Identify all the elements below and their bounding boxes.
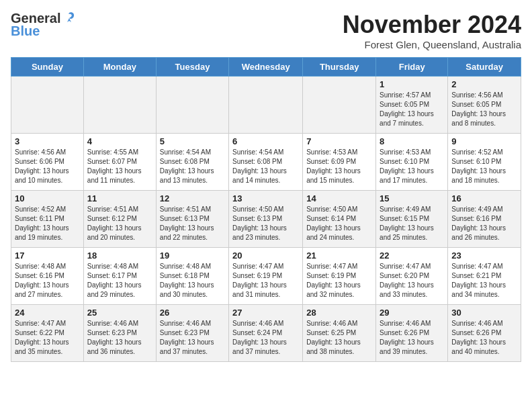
day-cell: 16Sunrise: 4:49 AMSunset: 6:16 PMDayligh… — [448, 191, 521, 248]
day-content: Sunrise: 4:54 AMSunset: 6:08 PMDaylight:… — [160, 148, 225, 185]
logo-blue-text: Blue — [11, 24, 40, 39]
day-cell — [229, 77, 303, 134]
day-content: Sunrise: 4:55 AMSunset: 6:07 PMDaylight:… — [87, 148, 152, 185]
day-cell: 28Sunrise: 4:46 AMSunset: 6:25 PMDayligh… — [303, 305, 376, 362]
day-number: 29 — [380, 308, 444, 318]
day-number: 2 — [451, 79, 517, 89]
day-cell: 13Sunrise: 4:50 AMSunset: 6:13 PMDayligh… — [229, 191, 303, 248]
day-content: Sunrise: 4:49 AMSunset: 6:15 PMDaylight:… — [380, 205, 444, 242]
calendar-table: SundayMondayTuesdayWednesdayThursdayFrid… — [11, 57, 521, 362]
header-day-friday: Friday — [376, 58, 448, 77]
day-number: 27 — [232, 308, 299, 318]
header-day-thursday: Thursday — [303, 58, 376, 77]
day-number: 12 — [160, 193, 225, 203]
day-cell: 9Sunrise: 4:52 AMSunset: 6:10 PMDaylight… — [448, 134, 521, 191]
header-row: SundayMondayTuesdayWednesdayThursdayFrid… — [11, 58, 521, 77]
day-number: 19 — [160, 250, 225, 261]
day-cell: 7Sunrise: 4:53 AMSunset: 6:09 PMDaylight… — [303, 134, 376, 191]
day-content: Sunrise: 4:47 AMSunset: 6:20 PMDaylight:… — [380, 262, 444, 300]
day-cell: 22Sunrise: 4:47 AMSunset: 6:20 PMDayligh… — [376, 248, 448, 305]
day-cell: 5Sunrise: 4:54 AMSunset: 6:08 PMDaylight… — [156, 134, 228, 191]
day-number: 6 — [232, 136, 299, 146]
day-number: 21 — [306, 250, 372, 261]
day-number: 11 — [87, 193, 152, 203]
day-content: Sunrise: 4:46 AMSunset: 6:23 PMDaylight:… — [160, 319, 225, 357]
day-content: Sunrise: 4:51 AMSunset: 6:13 PMDaylight:… — [160, 205, 225, 242]
day-cell: 24Sunrise: 4:47 AMSunset: 6:22 PMDayligh… — [11, 305, 84, 362]
day-cell: 15Sunrise: 4:49 AMSunset: 6:15 PMDayligh… — [376, 191, 448, 248]
day-content: Sunrise: 4:46 AMSunset: 6:23 PMDaylight:… — [87, 319, 152, 357]
calendar-body: 1Sunrise: 4:57 AMSunset: 6:05 PMDaylight… — [11, 77, 521, 362]
day-content: Sunrise: 4:46 AMSunset: 6:24 PMDaylight:… — [232, 319, 299, 357]
week-row-1: 1Sunrise: 4:57 AMSunset: 6:05 PMDaylight… — [11, 77, 521, 134]
day-content: Sunrise: 4:56 AMSunset: 6:05 PMDaylight:… — [451, 91, 517, 128]
day-content: Sunrise: 4:48 AMSunset: 6:16 PMDaylight:… — [15, 262, 80, 300]
day-content: Sunrise: 4:56 AMSunset: 6:06 PMDaylight:… — [15, 148, 80, 185]
day-content: Sunrise: 4:53 AMSunset: 6:09 PMDaylight:… — [306, 148, 372, 185]
week-row-5: 24Sunrise: 4:47 AMSunset: 6:22 PMDayligh… — [11, 305, 521, 362]
week-row-3: 10Sunrise: 4:52 AMSunset: 6:11 PMDayligh… — [11, 191, 521, 248]
day-content: Sunrise: 4:47 AMSunset: 6:19 PMDaylight:… — [306, 262, 372, 300]
day-number: 16 — [451, 193, 517, 203]
day-number: 23 — [451, 250, 517, 261]
day-cell — [83, 77, 156, 134]
day-cell: 6Sunrise: 4:54 AMSunset: 6:08 PMDaylight… — [229, 134, 303, 191]
day-number: 8 — [380, 136, 444, 146]
day-cell: 2Sunrise: 4:56 AMSunset: 6:05 PMDaylight… — [448, 77, 521, 134]
day-content: Sunrise: 4:47 AMSunset: 6:21 PMDaylight:… — [451, 262, 517, 300]
day-content: Sunrise: 4:50 AMSunset: 6:14 PMDaylight:… — [306, 205, 372, 242]
header: General Blue November 2024 Forest Glen, … — [11, 11, 521, 50]
logo-icon — [62, 10, 77, 25]
header-day-sunday: Sunday — [11, 58, 84, 77]
header-day-monday: Monday — [83, 58, 156, 77]
day-number: 13 — [232, 193, 299, 203]
day-cell: 27Sunrise: 4:46 AMSunset: 6:24 PMDayligh… — [229, 305, 303, 362]
day-number: 24 — [15, 308, 80, 318]
day-content: Sunrise: 4:47 AMSunset: 6:22 PMDaylight:… — [15, 319, 80, 357]
day-cell: 8Sunrise: 4:53 AMSunset: 6:10 PMDaylight… — [376, 134, 448, 191]
week-row-2: 3Sunrise: 4:56 AMSunset: 6:06 PMDaylight… — [11, 134, 521, 191]
day-content: Sunrise: 4:47 AMSunset: 6:19 PMDaylight:… — [232, 262, 299, 300]
day-cell: 12Sunrise: 4:51 AMSunset: 6:13 PMDayligh… — [156, 191, 228, 248]
day-content: Sunrise: 4:50 AMSunset: 6:13 PMDaylight:… — [232, 205, 299, 242]
day-cell: 10Sunrise: 4:52 AMSunset: 6:11 PMDayligh… — [11, 191, 84, 248]
header-day-wednesday: Wednesday — [229, 58, 303, 77]
day-content: Sunrise: 4:48 AMSunset: 6:17 PMDaylight:… — [87, 262, 152, 300]
day-cell: 25Sunrise: 4:46 AMSunset: 6:23 PMDayligh… — [83, 305, 156, 362]
day-content: Sunrise: 4:54 AMSunset: 6:08 PMDaylight:… — [232, 148, 299, 185]
week-row-4: 17Sunrise: 4:48 AMSunset: 6:16 PMDayligh… — [11, 248, 521, 305]
day-content: Sunrise: 4:52 AMSunset: 6:11 PMDaylight:… — [15, 205, 80, 242]
day-number: 1 — [380, 79, 444, 89]
month-year: November 2024 — [343, 11, 521, 39]
day-number: 3 — [15, 136, 80, 146]
day-number: 7 — [306, 136, 372, 146]
day-cell: 11Sunrise: 4:51 AMSunset: 6:12 PMDayligh… — [83, 191, 156, 248]
day-number: 17 — [15, 250, 80, 261]
day-content: Sunrise: 4:49 AMSunset: 6:16 PMDaylight:… — [451, 205, 517, 242]
day-content: Sunrise: 4:57 AMSunset: 6:05 PMDaylight:… — [380, 91, 444, 128]
day-number: 10 — [15, 193, 80, 203]
day-cell — [11, 77, 84, 134]
day-cell: 30Sunrise: 4:46 AMSunset: 6:26 PMDayligh… — [448, 305, 521, 362]
day-content: Sunrise: 4:52 AMSunset: 6:10 PMDaylight:… — [451, 148, 517, 185]
day-cell: 14Sunrise: 4:50 AMSunset: 6:14 PMDayligh… — [303, 191, 376, 248]
day-number: 14 — [306, 193, 372, 203]
day-cell: 20Sunrise: 4:47 AMSunset: 6:19 PMDayligh… — [229, 248, 303, 305]
day-cell: 21Sunrise: 4:47 AMSunset: 6:19 PMDayligh… — [303, 248, 376, 305]
header-day-tuesday: Tuesday — [156, 58, 228, 77]
day-number: 4 — [87, 136, 152, 146]
day-cell: 26Sunrise: 4:46 AMSunset: 6:23 PMDayligh… — [156, 305, 228, 362]
day-content: Sunrise: 4:53 AMSunset: 6:10 PMDaylight:… — [380, 148, 444, 185]
day-cell: 17Sunrise: 4:48 AMSunset: 6:16 PMDayligh… — [11, 248, 84, 305]
day-content: Sunrise: 4:46 AMSunset: 6:26 PMDaylight:… — [380, 319, 444, 357]
day-content: Sunrise: 4:46 AMSunset: 6:25 PMDaylight:… — [306, 319, 372, 357]
day-number: 18 — [87, 250, 152, 261]
day-number: 5 — [160, 136, 225, 146]
day-cell: 29Sunrise: 4:46 AMSunset: 6:26 PMDayligh… — [376, 305, 448, 362]
day-content: Sunrise: 4:51 AMSunset: 6:12 PMDaylight:… — [87, 205, 152, 242]
day-number: 9 — [451, 136, 517, 146]
day-number: 20 — [232, 250, 299, 261]
day-cell — [303, 77, 376, 134]
day-cell: 23Sunrise: 4:47 AMSunset: 6:21 PMDayligh… — [448, 248, 521, 305]
day-cell: 1Sunrise: 4:57 AMSunset: 6:05 PMDaylight… — [376, 77, 448, 134]
